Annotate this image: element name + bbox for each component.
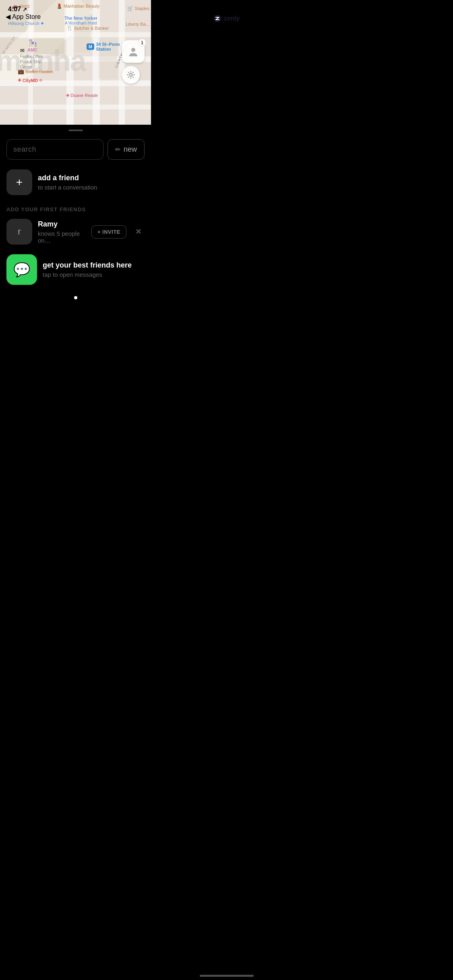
- plus-icon: +: [16, 176, 23, 189]
- new-button-label: new: [124, 145, 137, 154]
- map-label-penn-station: M 34 St–Penn Station: [87, 42, 120, 51]
- map-controls: 1: [122, 40, 145, 84]
- map-label-liberty: Liberty Ba...: [126, 20, 149, 27]
- avatar-initial: r: [18, 226, 21, 237]
- person-icon: [128, 46, 139, 57]
- suggestion-name: Ramy: [38, 220, 86, 229]
- svg-rect-9: [0, 105, 151, 109]
- map-label-duane-reade: ◈ Duane Reade: [66, 93, 98, 98]
- bottom-sheet: search ✏ new + add a friend to start a c…: [0, 131, 151, 333]
- app-store-label: App Store: [12, 13, 41, 21]
- location-icon: ↗: [23, 6, 27, 12]
- suggestion-avatar: r: [6, 219, 32, 245]
- close-icon: ✕: [135, 228, 141, 236]
- page-indicator: [6, 296, 145, 299]
- map-label-soiffer: 💼 Soiffer Haskin: [18, 68, 53, 74]
- app-store-back-button[interactable]: ◀ App Store: [6, 13, 41, 21]
- speech-bubble-icon: 💬: [13, 261, 30, 278]
- search-placeholder-text: search: [13, 145, 36, 154]
- svg-point-20: [130, 74, 132, 76]
- invite-button-label: + INVITE: [97, 229, 120, 235]
- messages-info: get your best friends here tap to open m…: [43, 261, 132, 278]
- map-label-hillsong: Hillsong Church: [8, 21, 44, 26]
- messages-subtitle: tap to open messages: [43, 271, 132, 278]
- first-friends-label: ADD YOUR FIRST FRIENDS: [6, 206, 145, 212]
- map-label-butcher: 🍴 Butcher & Banker: [66, 25, 109, 31]
- add-friend-text: add a friend to start a conversation: [38, 174, 97, 191]
- suggestion-info: Ramy knows 5 people on…: [38, 220, 86, 244]
- notification-badge: 1: [138, 39, 146, 47]
- add-friend-title: add a friend: [38, 174, 97, 182]
- messages-title: get your best friends here: [43, 261, 132, 270]
- add-friend-icon-box: +: [6, 169, 32, 195]
- map-person-button[interactable]: 1: [122, 40, 145, 63]
- dismiss-suggestion-button[interactable]: ✕: [132, 224, 145, 239]
- settings-button[interactable]: [122, 66, 140, 84]
- gear-icon: [126, 70, 135, 79]
- svg-point-19: [131, 48, 135, 52]
- status-time: 4:07 ↗: [8, 6, 27, 13]
- add-friend-row[interactable]: + add a friend to start a conversation: [6, 169, 145, 195]
- drag-handle-area: [0, 125, 151, 131]
- suggestion-subtitle: knows 5 people on…: [38, 230, 86, 244]
- time-display: 4:07: [8, 6, 21, 13]
- add-friend-subtitle: to start a conversation: [38, 184, 97, 191]
- search-row: search ✏ new: [6, 139, 145, 160]
- map-label-new-yorker: The New Yorker A Wyndham Hotel: [64, 15, 97, 25]
- new-button[interactable]: ✏ new: [108, 139, 145, 160]
- page-dot-active: [74, 296, 77, 299]
- map-label-fedex: ✉ FedEx OfficePrint & ShipCenter: [20, 47, 43, 70]
- suggestion-row: r Ramy knows 5 people on… + INVITE ✕: [6, 219, 145, 245]
- invite-button[interactable]: + INVITE: [91, 225, 126, 239]
- search-input[interactable]: search: [6, 139, 103, 160]
- drag-handle: [68, 130, 83, 131]
- messages-icon-box: 💬: [6, 254, 37, 285]
- messages-row[interactable]: 💬 get your best friends here tap to open…: [6, 254, 145, 285]
- back-arrow-icon: ◀: [6, 13, 10, 21]
- map-label-citymd: ✚ CityMD ❊: [18, 78, 42, 83]
- pencil-icon: ✏: [115, 146, 120, 153]
